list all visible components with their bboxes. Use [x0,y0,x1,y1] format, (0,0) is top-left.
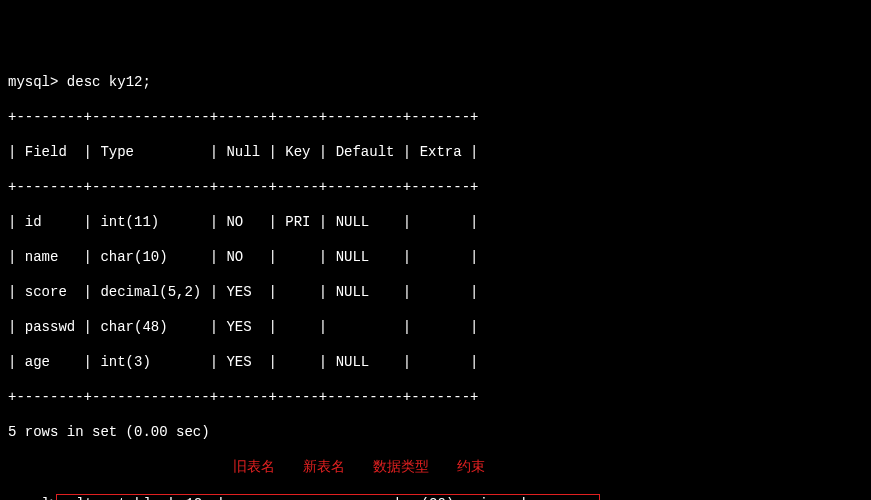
mysql-prompt: mysql> [8,74,58,90]
prompt-line-1[interactable]: mysql> desc ky12; [8,74,863,92]
mysql-prompt-alter: mysql> [8,496,58,500]
table1-row-score: | score | decimal(5,2) | YES | | NULL | … [8,284,863,302]
alter-command: alter table ky12 change name use_name ch… [59,496,555,500]
table1-border-top: +--------+--------------+------+-----+--… [8,109,863,127]
table1-border-bottom: +--------+--------------+------+-----+--… [8,389,863,407]
highlighted-command-box: alter table ky12 change name use_name ch… [56,494,600,500]
label-old-table: 旧表名 [233,459,275,475]
label-new-table: 新表名 [303,459,345,475]
table1-row-passwd: | passwd | char(48) | YES | | | | [8,319,863,337]
label-data-type: 数据类型 [373,459,429,475]
table1-row-name: | name | char(10) | NO | | NULL | | [8,249,863,267]
table1-border-mid: +--------+--------------+------+-----+--… [8,179,863,197]
label-constraint: 约束 [457,459,485,475]
rows-in-set-1: 5 rows in set (0.00 sec) [8,424,863,442]
table1-header: | Field | Type | Null | Key | Default | … [8,144,863,162]
table1-row-id: | id | int(11) | NO | PRI | NULL | | [8,214,863,232]
annotation-labels: 旧表名新表名数据类型约束 [8,459,863,477]
command-desc-1: desc ky12; [67,74,151,90]
prompt-line-alter[interactable]: mysql> alter table ky12 change name use_… [8,494,863,500]
table1-row-age: | age | int(3) | YES | | NULL | | [8,354,863,372]
